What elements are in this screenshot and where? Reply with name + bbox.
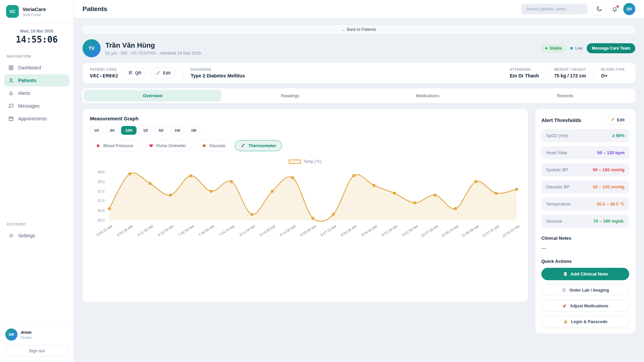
chat-icon: [8, 103, 14, 109]
range-1d-button[interactable]: 1D: [139, 126, 152, 135]
heart-icon: [149, 143, 154, 148]
range-1m-button[interactable]: 1M: [187, 126, 200, 135]
sidebar-item-patients[interactable]: Patients: [4, 74, 69, 86]
sensor-blood-pressure-toggle[interactable]: Blood Pressure: [90, 140, 139, 151]
notifications-button[interactable]: [611, 6, 618, 13]
svg-text:36.5: 36.5: [98, 208, 105, 213]
svg-text:11:06:06 AM: 11:06:06 AM: [461, 224, 480, 238]
clipboard-icon: [561, 288, 567, 293]
threshold-label: Glucose: [546, 219, 562, 224]
sidebar-item-label: Appointments: [18, 116, 47, 121]
attending-label: ATTENDING: [510, 68, 539, 71]
threshold-value: 90 – 160 mmHg: [593, 167, 625, 172]
sensor-glucose-toggle[interactable]: Glucose: [196, 140, 231, 151]
sidebar-item-alerts[interactable]: Alerts: [4, 87, 69, 99]
pencil-icon: [610, 117, 615, 123]
svg-text:7:44:58 AM: 7:44:58 AM: [177, 224, 194, 237]
add-clinical-note-button[interactable]: Add Clinical Note: [541, 268, 629, 280]
attending-value: Em Dr Thanh: [510, 73, 539, 78]
adjust-medications-button[interactable]: Adjust Medications: [541, 300, 629, 312]
live-dot-icon: [570, 47, 573, 50]
threshold-value: 35.5 – 38.5 °C: [597, 201, 625, 206]
patient-tabs: OverviewReadingsMedicationsRecords: [83, 88, 635, 103]
svg-text:37.0: 37.0: [98, 199, 105, 203]
range-1w-button[interactable]: 1W: [170, 126, 184, 135]
divider: [593, 67, 594, 79]
sidebar-item-label: Dashboard: [18, 65, 41, 70]
threshold-row: Systolic BP90 – 160 mmHg: [541, 163, 629, 176]
threshold-value: 50 – 120 bpm: [597, 150, 625, 155]
tab-overview[interactable]: Overview: [84, 90, 221, 102]
svg-text:8:11:54 AM: 8:11:54 AM: [238, 224, 256, 237]
range-5d-button[interactable]: 5D: [155, 126, 168, 135]
gear-icon: [8, 233, 14, 239]
live-indicator: Live: [570, 46, 582, 51]
legend-swatch-icon: [289, 160, 301, 164]
sidebar-item-label: Alerts: [18, 90, 30, 96]
patient-info-bar: PATIENT CODE VRC-EM002 QR Edit: [83, 63, 635, 83]
nav-section-label: NAVIGATION: [0, 55, 73, 58]
range-3h-button[interactable]: 3H: [106, 126, 119, 135]
content-area: ← Back to Patients TV Trần Văn Hùng 61 y…: [74, 18, 644, 362]
account-section-label: ACCOUNT: [0, 223, 73, 226]
svg-text:8:20:09 AM: 8:20:09 AM: [300, 224, 317, 237]
clock-date: Wed, 18 Mar 2026: [0, 29, 73, 34]
clock-time: 14:55:06: [0, 35, 73, 45]
alert-thresholds-panel: Alert Thresholds Edit SpO2 (min)≥ 90%Hea…: [535, 109, 635, 334]
sidebar-item-dashboard[interactable]: Dashboard: [4, 62, 69, 74]
diagnosis-value: Type 2 Diabetes Mellitus: [191, 73, 245, 78]
svg-text:8:14:00 AM: 8:14:00 AM: [279, 224, 296, 237]
sidebar-item-label: Messages: [18, 103, 40, 109]
range-1h-button[interactable]: 1H: [90, 126, 103, 135]
svg-text:38.0: 38.0: [98, 180, 105, 184]
svg-text:7:54:16 AM: 7:54:16 AM: [218, 224, 235, 237]
back-to-patients-link[interactable]: ← Back to Patients: [83, 25, 635, 34]
threshold-row: Diastolic BP50 – 100 mmHg: [541, 180, 629, 193]
range-12h-button[interactable]: 12H: [121, 126, 136, 135]
sidebar-item-messages[interactable]: Messages: [4, 100, 69, 112]
order-lab-imaging-button[interactable]: Order Lab / Imaging: [541, 284, 629, 296]
time-range-selector: 1H3H12H1D5D1W1M: [90, 126, 521, 135]
legend-label: Temp (°C): [304, 159, 322, 164]
login-passcode-button[interactable]: Login & Passcode: [541, 316, 629, 327]
divider: [183, 67, 183, 79]
tab-medications[interactable]: Medications: [359, 90, 496, 102]
temperature-chart: 38.538.037.537.036.536.05:53:23 AM6:03:3…: [90, 167, 521, 250]
weight-height-label: WEIGHT / HEIGHT: [554, 68, 586, 71]
page-title: Patients: [83, 5, 107, 13]
quick-actions-list: Add Clinical NoteOrder Lab / ImagingAdju…: [541, 268, 629, 327]
svg-text:6:11:59 AM: 6:11:59 AM: [137, 224, 154, 237]
user-role: Doctor: [21, 336, 32, 340]
sidebar-clock: Wed, 18 Mar 2026 14:55:06: [0, 23, 73, 46]
svg-text:11:07:21 AM: 11:07:21 AM: [481, 224, 500, 238]
sidebar-item-appointments[interactable]: Appointments: [4, 113, 69, 125]
edit-thresholds-button[interactable]: Edit: [606, 115, 629, 125]
patient-avatar: TV: [83, 39, 101, 57]
tab-readings[interactable]: Readings: [221, 90, 359, 102]
pill-icon: [562, 303, 567, 308]
threshold-value: 50 – 100 mmHg: [593, 184, 625, 189]
qr-button[interactable]: QR: [123, 67, 146, 79]
svg-text:36.0: 36.0: [98, 218, 105, 222]
sign-out-button[interactable]: Sign out: [5, 345, 68, 357]
app-name: VoriaCare: [22, 6, 46, 12]
svg-text:10:30:15 AM: 10:30:15 AM: [440, 224, 459, 238]
dark-mode-toggle[interactable]: [593, 2, 606, 16]
person-icon: [8, 77, 14, 83]
tab-records[interactable]: Records: [496, 90, 634, 102]
account-list: Settings: [0, 229, 73, 242]
diagnosis-label: DIAGNOSIS: [191, 68, 245, 71]
patient-name: Trần Văn Hùng: [105, 41, 201, 49]
svg-text:9:21:58 AM: 9:21:58 AM: [381, 224, 398, 237]
header-avatar[interactable]: DR: [623, 3, 635, 15]
sidebar-item-settings[interactable]: Settings: [4, 230, 69, 242]
search-input[interactable]: [521, 4, 588, 14]
sensor-thermometer-toggle[interactable]: Thermometer: [235, 140, 282, 151]
notification-dot: [616, 5, 619, 8]
sensor-pulse-oximeter-toggle[interactable]: Pulse Oximeter: [143, 140, 192, 151]
glucose-icon: [202, 143, 207, 148]
drop-icon: [96, 143, 101, 148]
blood-type-value: O+: [601, 73, 628, 78]
edit-patient-button[interactable]: Edit: [151, 67, 176, 79]
message-care-team-button[interactable]: Message Care Team: [587, 43, 635, 53]
